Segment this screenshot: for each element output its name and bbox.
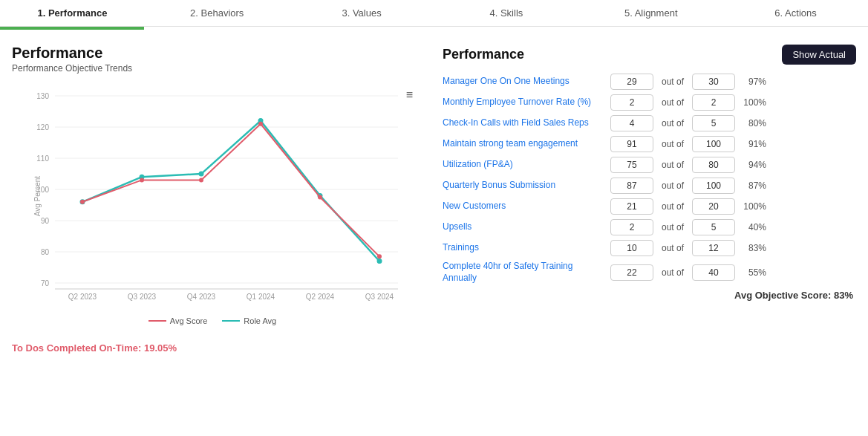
table-row: Manager One On One Meetings out of 97% xyxy=(443,74,856,90)
row-target-input[interactable] xyxy=(692,264,735,281)
row-label: Trainings xyxy=(443,242,606,254)
row-outof: out of xyxy=(658,243,688,253)
row-target-input[interactable] xyxy=(692,94,735,111)
svg-text:70: 70 xyxy=(41,279,50,287)
page-title: Performance xyxy=(12,45,428,62)
row-label: Monthly Employee Turnover Rate (%) xyxy=(443,97,606,108)
tab-values[interactable]: 3. Values xyxy=(290,0,434,26)
right-title: Performance xyxy=(443,47,524,62)
left-panel: Performance Performance Objective Trends… xyxy=(12,45,428,354)
svg-text:Q2 2024: Q2 2024 xyxy=(306,293,335,301)
row-target-input[interactable] xyxy=(692,240,735,256)
row-outof: out of xyxy=(658,77,688,87)
avg-score-value: 83% xyxy=(834,290,853,301)
tab-bar: 1. Performance 2. Behaviors 3. Values 4.… xyxy=(0,0,868,27)
table-row: Upsells out of 40% xyxy=(443,219,856,235)
chart-legend: Avg Score Role Avg xyxy=(12,316,413,325)
row-label: New Customers xyxy=(443,201,606,212)
svg-point-30 xyxy=(199,178,203,182)
svg-text:Q3 2024: Q3 2024 xyxy=(365,293,394,301)
avg-score-line-icon xyxy=(149,320,166,322)
row-label: Quarterly Bonus Submission xyxy=(443,180,606,192)
row-outof: out of xyxy=(658,201,688,212)
svg-text:Q4 2023: Q4 2023 xyxy=(187,293,216,301)
tab-actions[interactable]: 6. Actions xyxy=(723,0,868,26)
row-actual-input[interactable] xyxy=(610,198,653,215)
svg-point-29 xyxy=(140,178,144,182)
row-actual-input[interactable] xyxy=(610,264,653,281)
row-outof: out of xyxy=(658,267,688,278)
row-actual-input[interactable] xyxy=(610,240,653,256)
svg-point-33 xyxy=(377,254,382,258)
row-pct: 40% xyxy=(740,222,766,232)
row-outof: out of xyxy=(658,222,688,232)
tab-performance[interactable]: 1. Performance xyxy=(0,0,145,26)
row-actual-input[interactable] xyxy=(610,178,653,194)
row-target-input[interactable] xyxy=(692,136,735,152)
row-pct: 91% xyxy=(740,139,766,149)
table-row: Maintain strong team engagement out of 9… xyxy=(443,136,856,152)
row-actual-input[interactable] xyxy=(610,94,653,111)
svg-text:Q2 2023: Q2 2023 xyxy=(68,293,97,301)
row-actual-input[interactable] xyxy=(610,157,653,173)
row-pct: 97% xyxy=(740,77,766,87)
role-avg-line-icon xyxy=(222,320,240,322)
row-target-input[interactable] xyxy=(692,178,735,194)
avg-score-row: Avg Objective Score: 83% xyxy=(443,290,856,301)
main-content: Performance Performance Objective Trends… xyxy=(0,30,868,354)
svg-text:Q3 2023: Q3 2023 xyxy=(128,293,157,301)
right-panel: Performance Show Actual Manager One On O… xyxy=(443,45,856,354)
table-row: Complete 40hr of Safety Training Annuall… xyxy=(443,261,856,284)
row-label: Complete 40hr of Safety Training Annuall… xyxy=(443,261,606,284)
table-row: Check-In Calls with Field Sales Reps out… xyxy=(443,115,856,131)
performance-table: Manager One On One Meetings out of 97% M… xyxy=(443,74,856,284)
tab-skills[interactable]: 4. Skills xyxy=(434,0,578,26)
row-pct: 100% xyxy=(740,201,766,212)
legend-avg-score-label: Avg Score xyxy=(170,316,208,325)
row-actual-input[interactable] xyxy=(610,136,653,152)
tab-active-indicator xyxy=(0,27,144,30)
table-row: Utilization (FP&A) out of 94% xyxy=(443,157,856,173)
row-outof: out of xyxy=(658,180,688,191)
performance-chart: 130 120 110 100 90 80 70 Avg Percent xyxy=(34,81,413,311)
show-actual-button[interactable]: Show Actual xyxy=(782,45,856,65)
legend-role-avg: Role Avg xyxy=(222,316,276,325)
row-target-input[interactable] xyxy=(692,198,735,215)
row-pct: 55% xyxy=(740,267,766,278)
table-row: Monthly Employee Turnover Rate (%) out o… xyxy=(443,94,856,111)
svg-point-31 xyxy=(258,122,263,126)
row-label: Upsells xyxy=(443,221,606,233)
svg-text:Avg Percent: Avg Percent xyxy=(34,176,42,217)
svg-point-27 xyxy=(377,258,382,264)
avg-score-label: Avg Objective Score: xyxy=(734,290,831,301)
tab-alignment[interactable]: 5. Alignment xyxy=(578,0,723,26)
row-pct: 100% xyxy=(740,97,766,108)
row-target-input[interactable] xyxy=(692,74,735,90)
svg-text:120: 120 xyxy=(36,123,49,131)
legend-avg-score: Avg Score xyxy=(149,316,208,325)
svg-point-28 xyxy=(80,200,85,204)
row-outof: out of xyxy=(658,97,688,108)
tab-behaviors[interactable]: 2. Behaviors xyxy=(145,0,290,26)
chart-menu-icon[interactable]: ≡ xyxy=(406,88,413,102)
todos-value: 19.05% xyxy=(144,342,177,354)
row-actual-input[interactable] xyxy=(610,74,653,90)
row-actual-input[interactable] xyxy=(610,115,653,131)
row-pct: 80% xyxy=(740,118,766,128)
row-label: Utilization (FP&A) xyxy=(443,159,606,171)
row-target-input[interactable] xyxy=(692,157,735,173)
svg-point-32 xyxy=(318,195,322,200)
todos-label: To Dos Completed On-Time: xyxy=(12,342,141,354)
row-actual-input[interactable] xyxy=(610,219,653,235)
svg-text:Q1 2024: Q1 2024 xyxy=(247,293,275,301)
svg-text:110: 110 xyxy=(36,154,49,163)
row-label: Maintain strong team engagement xyxy=(443,138,606,150)
row-pct: 87% xyxy=(740,180,766,191)
svg-point-24 xyxy=(199,172,204,177)
row-target-input[interactable] xyxy=(692,115,735,131)
svg-text:130: 130 xyxy=(36,92,49,100)
legend-role-avg-label: Role Avg xyxy=(244,316,276,325)
row-pct: 94% xyxy=(740,160,766,170)
row-label: Manager One On One Meetings xyxy=(443,76,606,88)
row-target-input[interactable] xyxy=(692,219,735,235)
